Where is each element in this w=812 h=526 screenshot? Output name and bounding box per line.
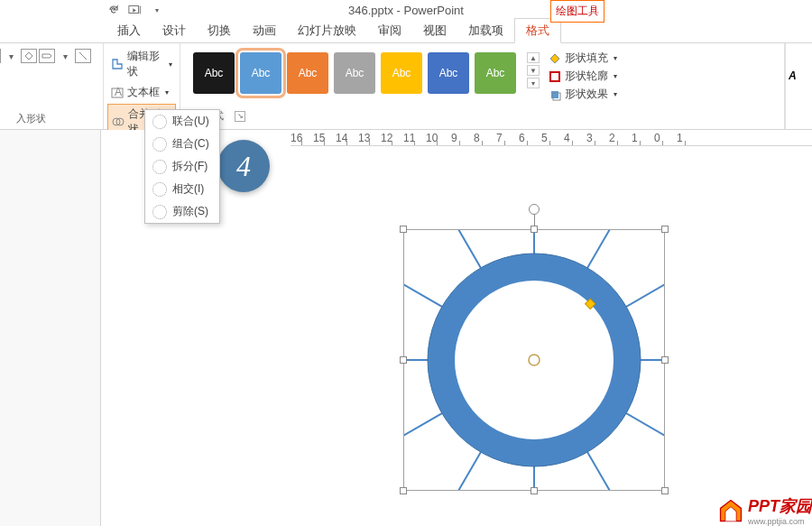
resize-handle-w[interactable]	[400, 356, 407, 364]
dialog-launcher-icon[interactable]: ↘	[235, 111, 245, 122]
tab-transitions[interactable]: 切换	[197, 19, 242, 42]
customize-qat-icon[interactable]: ▾	[150, 3, 164, 17]
ruler-tick: 8	[471, 132, 483, 144]
shape-thumb[interactable]	[39, 49, 55, 63]
svg-rect-7	[550, 72, 559, 81]
style-options: 形状填充▾ 形状轮廓▾ 形状效果▾	[541, 45, 624, 107]
ribbon-tabs: 插入 设计 切换 动画 幻灯片放映 审阅 视图 加载项 格式	[0, 20, 812, 43]
slide-canvas[interactable]	[128, 157, 812, 526]
tab-insert[interactable]: 插入	[106, 19, 152, 42]
resize-handle-sw[interactable]	[400, 487, 407, 494]
style-swatch-3[interactable]: Abc	[334, 52, 375, 94]
subtract-label: 剪除(S)	[172, 204, 208, 219]
title-bar: ▾ 346.pptx - PowerPoint 绘图工具	[0, 0, 812, 20]
svg-text:A: A	[115, 87, 122, 98]
swatch-down-icon[interactable]: ▼	[527, 65, 540, 76]
ruler-tick: 6	[516, 132, 528, 144]
fragment-icon	[152, 160, 167, 174]
selection-border	[403, 229, 665, 491]
merge-subtract[interactable]: 剪除(S)	[145, 200, 219, 223]
ribbon: ▾ ▾ ▾ 入形状 编辑形状▾ A 文本框▾ 合并形状▾ 联合(U) 组合(C)…	[0, 43, 812, 130]
shape-thumb[interactable]: ▾	[0, 65, 1, 79]
outline-icon	[549, 70, 561, 83]
resize-handle-s[interactable]	[531, 487, 538, 494]
style-swatch-5[interactable]: Abc	[428, 52, 469, 94]
merge-intersect[interactable]: 相交(I)	[145, 178, 219, 200]
start-from-beginning-icon[interactable]	[128, 3, 143, 17]
tab-design[interactable]: 设计	[152, 19, 197, 42]
union-label: 联合(U)	[172, 114, 209, 129]
ruler-tick: 3	[584, 132, 595, 144]
style-swatch-1[interactable]: Abc	[240, 52, 281, 94]
edit-shape-label: 编辑形状	[127, 49, 163, 79]
swatch-scroll: ▲ ▼ ▾	[525, 45, 541, 107]
resize-handle-se[interactable]	[661, 487, 669, 494]
resize-handle-e[interactable]	[661, 356, 669, 364]
tab-animations[interactable]: 动画	[242, 19, 287, 42]
effects-icon	[549, 88, 561, 101]
watermark: PPT家园 www.pptjia.com	[717, 495, 812, 526]
shape-thumb[interactable]	[75, 49, 91, 63]
resize-handle-ne[interactable]	[661, 226, 669, 233]
merge-shapes-icon	[112, 115, 125, 128]
insert-shapes-label: 入形状	[0, 110, 99, 127]
thumbnail-panel[interactable]	[0, 130, 101, 526]
swatch-up-icon[interactable]: ▲	[527, 52, 540, 63]
shape-thumb[interactable]	[0, 49, 1, 63]
merge-fragment[interactable]: 拆分(F)	[145, 155, 219, 178]
shape-effects-button[interactable]: 形状效果▾	[549, 87, 617, 102]
edit-shape-button[interactable]: 编辑形状▾	[107, 47, 176, 81]
shape-outline-button[interactable]: 形状轮廓▾	[549, 69, 617, 84]
shape-thumb[interactable]: ▾	[57, 49, 73, 63]
outline-label: 形状轮廓	[565, 69, 608, 84]
shape-thumb[interactable]: ▾	[3, 49, 19, 63]
step-badge: 4	[217, 140, 270, 192]
tab-view[interactable]: 视图	[412, 19, 457, 42]
union-icon	[152, 115, 167, 129]
tab-addins[interactable]: 加载项	[457, 19, 514, 42]
ruler-tick: 4	[561, 132, 573, 144]
drawing-tools-contextual-tab[interactable]: 绘图工具	[550, 0, 604, 23]
merge-combine[interactable]: 组合(C)	[145, 133, 219, 155]
selection-box[interactable]	[403, 229, 665, 491]
shape-thumb[interactable]	[21, 49, 37, 63]
ruler-tick: 15	[313, 132, 325, 144]
redo-icon[interactable]	[106, 3, 121, 17]
watermark-main: PPT家园	[748, 495, 812, 517]
style-swatch-0[interactable]: Abc	[193, 52, 235, 94]
ruler-tick: 1	[674, 132, 686, 144]
style-swatch-2[interactable]: Abc	[287, 52, 328, 94]
ruler-tick: 7	[494, 132, 505, 144]
watermark-sub: www.pptjia.com	[748, 517, 812, 526]
ruler-tick: 5	[539, 132, 550, 144]
rotate-handle[interactable]	[529, 204, 540, 215]
merge-union[interactable]: 联合(U)	[145, 110, 219, 133]
edit-shape-icon	[111, 58, 124, 70]
shape-styles-group: Abc Abc Abc Abc Abc Abc Abc ▲ ▼ ▾ 形状填充▾ …	[180, 43, 785, 129]
ruler-tick: 9	[448, 132, 460, 144]
resize-handle-nw[interactable]	[400, 226, 407, 233]
intersect-label: 相交(I)	[172, 181, 204, 197]
window-title: 346.pptx - PowerPoint	[348, 4, 464, 17]
fill-label: 形状填充	[565, 51, 608, 66]
tab-slideshow[interactable]: 幻灯片放映	[287, 19, 367, 42]
wordart-group: A	[785, 43, 812, 129]
text-box-icon: A	[111, 87, 124, 99]
text-box-button[interactable]: A 文本框▾	[107, 83, 176, 102]
resize-handle-n[interactable]	[531, 226, 538, 233]
style-swatch-6[interactable]: Abc	[475, 52, 516, 94]
text-box-label: 文本框	[127, 85, 160, 100]
svg-rect-8	[551, 91, 558, 98]
merge-shapes-menu: 联合(U) 组合(C) 拆分(F) 相交(I) 剪除(S)	[144, 109, 220, 224]
shape-gallery[interactable]: ▾ ▾ ▾	[0, 45, 99, 83]
style-swatches: Abc Abc Abc Abc Abc Abc Abc	[184, 45, 525, 107]
ruler-tick: 0	[651, 132, 663, 144]
swatch-more-icon[interactable]: ▾	[527, 78, 540, 88]
tab-review[interactable]: 审阅	[367, 19, 412, 42]
wordart-styles-icon[interactable]: A	[787, 54, 812, 90]
ruler-tick: 12	[381, 132, 392, 144]
style-swatch-4[interactable]: Abc	[381, 52, 422, 94]
fill-icon	[549, 52, 561, 65]
shape-fill-button[interactable]: 形状填充▾	[549, 51, 617, 66]
ruler-tick: 14	[336, 132, 347, 144]
